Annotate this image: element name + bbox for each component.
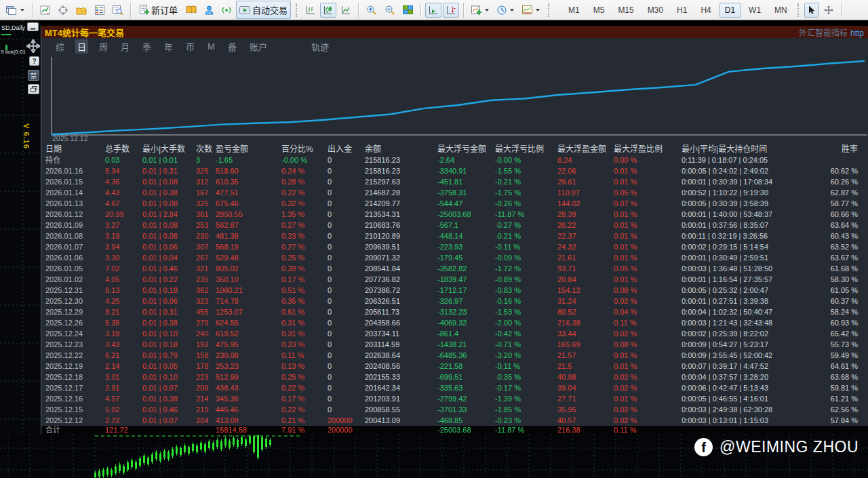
restore-icon: [31, 86, 37, 92]
crosshair-mode-button[interactable]: [55, 3, 71, 18]
tile-windows-button[interactable]: [399, 3, 416, 17]
tab-币[interactable]: 币: [184, 39, 197, 54]
table-cell: 57.84 %: [806, 415, 868, 426]
table-cell: 345.36: [212, 393, 277, 404]
tab-周[interactable]: 周: [97, 39, 110, 54]
favorites-button[interactable]: [73, 3, 90, 18]
facebook-icon: f: [694, 438, 713, 456]
zoom-in-button[interactable]: [363, 2, 380, 18]
table-cell: -3582.82: [433, 263, 491, 274]
table-cell: -861.4: [433, 328, 491, 339]
signals-button[interactable]: [201, 3, 217, 18]
table-cell: 2026.01.09: [41, 220, 101, 231]
table-cell: 0.01 | 0.06: [138, 296, 195, 306]
main-toolbar: 新订单 自动交易: [0, 0, 868, 20]
indicators-button[interactable]: [468, 3, 492, 18]
autotrading-button[interactable]: 自动交易: [236, 1, 291, 19]
table-cell: -0.23 %: [491, 415, 553, 426]
profiles-button[interactable]: [37, 3, 54, 18]
table-cell: 202408.56: [361, 361, 433, 372]
market-button[interactable]: [182, 3, 200, 17]
table-cell: 7.91 %: [277, 426, 323, 435]
help-button[interactable]: ?: [29, 56, 39, 66]
table-cell: 215816.23: [361, 165, 433, 176]
line-chart-type-button[interactable]: [338, 3, 354, 18]
table-cell: -1.65: [212, 155, 277, 165]
new-chart-icon: [6, 5, 17, 15]
timeframe-h4[interactable]: H4: [695, 3, 716, 18]
indicator-link[interactable]: http: [850, 28, 864, 38]
stats-panel: MT4统计每一笔交易 外汇智能指标http 综日周月季年币M备账户轨迹 2025…: [41, 26, 868, 435]
periods-button[interactable]: [494, 3, 517, 18]
cursor-button[interactable]: [804, 3, 819, 18]
tab-账户[interactable]: 账户: [248, 39, 269, 54]
timeframe-h1[interactable]: H1: [671, 3, 692, 18]
table-cell: 0.24 %: [277, 165, 323, 176]
table-cell: 2025.12.17: [41, 382, 101, 393]
timeframe-d1[interactable]: D1: [719, 3, 741, 18]
tab-月[interactable]: 月: [119, 39, 132, 54]
table-cell: -1438.21: [433, 339, 491, 350]
table-cell: -468.85: [433, 415, 491, 426]
table-cell: [361, 426, 433, 435]
table-cell: 6.13: [101, 285, 138, 296]
zoom-out-icon: [384, 5, 395, 15]
timeframe-mn[interactable]: MN: [769, 3, 793, 18]
community-button[interactable]: [218, 3, 235, 18]
data-window-button[interactable]: [109, 3, 126, 18]
tab-综[interactable]: 综: [54, 39, 66, 54]
candle-chart-type-icon: [323, 5, 333, 15]
profiles-icon: [40, 5, 50, 15]
market-watch-button[interactable]: [92, 3, 108, 18]
restore-window-button[interactable]: [28, 84, 39, 94]
table-cell: 21.5: [553, 361, 610, 372]
tab-年[interactable]: 年: [162, 39, 175, 54]
table-cell: 0.02 %: [610, 372, 677, 382]
timeframe-m5[interactable]: M5: [588, 3, 610, 18]
chevron-down-icon: [20, 9, 24, 12]
candle-chart-type-button[interactable]: [320, 3, 336, 18]
new-order-button[interactable]: 新订单: [135, 1, 181, 19]
table-cell: 0.17 %: [277, 393, 323, 404]
new-chart-button[interactable]: [3, 3, 28, 18]
tab-轨迹[interactable]: 轨迹: [309, 39, 331, 54]
table-cell: 203734.11: [361, 328, 433, 339]
open-position-row-wrap: 持仓0.030.01 | 0.013-1.65-0.00 %0215816.23…: [41, 155, 868, 165]
table-cell: 持仓: [41, 155, 101, 165]
table-cell: 475.95: [212, 339, 277, 350]
tab-M[interactable]: M: [205, 41, 217, 52]
timeframe-m1[interactable]: M1: [563, 3, 585, 18]
new-order-label: 新订单: [151, 3, 178, 16]
table-total-row: 合计121.7215814.587.91 %200000-25003.68-11…: [41, 426, 868, 435]
table-cell: 2025.12.19: [41, 361, 101, 372]
table-cell: 7.02: [101, 263, 138, 274]
tab-日[interactable]: 日: [75, 39, 88, 54]
zoom-out-button[interactable]: [381, 2, 398, 18]
table-cell: 40.98: [553, 372, 610, 382]
tab-季[interactable]: 季: [140, 39, 153, 54]
crosshair-button[interactable]: [821, 3, 837, 18]
table-cell: 361: [195, 209, 212, 220]
timeframe-m15[interactable]: M15: [612, 3, 639, 18]
timeframe-m30[interactable]: M30: [642, 3, 669, 18]
table-cell: -0.17 %: [491, 382, 553, 393]
templates-button[interactable]: [519, 3, 543, 17]
table-cell: 0: [323, 372, 361, 382]
table-cell: 0.01 | 0.04: [138, 252, 195, 263]
tab-备[interactable]: 备: [226, 39, 239, 54]
table-row: 2025.12.172.910.01 | 0.07209438.430.22 %…: [41, 382, 868, 393]
table-row: 2025.12.192.140.01 | 0.05178253.230.13 %…: [41, 361, 868, 372]
chart-minimize-button[interactable]: [27, 22, 39, 31]
table-cell: 675.46: [212, 198, 277, 209]
table-cell: 0.39 %: [277, 263, 323, 274]
auto-scroll-button[interactable]: [425, 3, 441, 18]
table-cell: 279: [195, 317, 212, 328]
move-panel-icon[interactable]: [26, 39, 40, 53]
table-cell: 0.05 %: [610, 263, 677, 274]
timeframe-w1[interactable]: W1: [743, 3, 766, 18]
bar-chart-type-button[interactable]: [302, 3, 319, 18]
table-cell: 64.61 %: [806, 361, 868, 372]
ban-button[interactable]: 禁: [28, 70, 39, 81]
chart-shift-button[interactable]: [443, 3, 459, 18]
table-cell: 267: [195, 252, 212, 263]
